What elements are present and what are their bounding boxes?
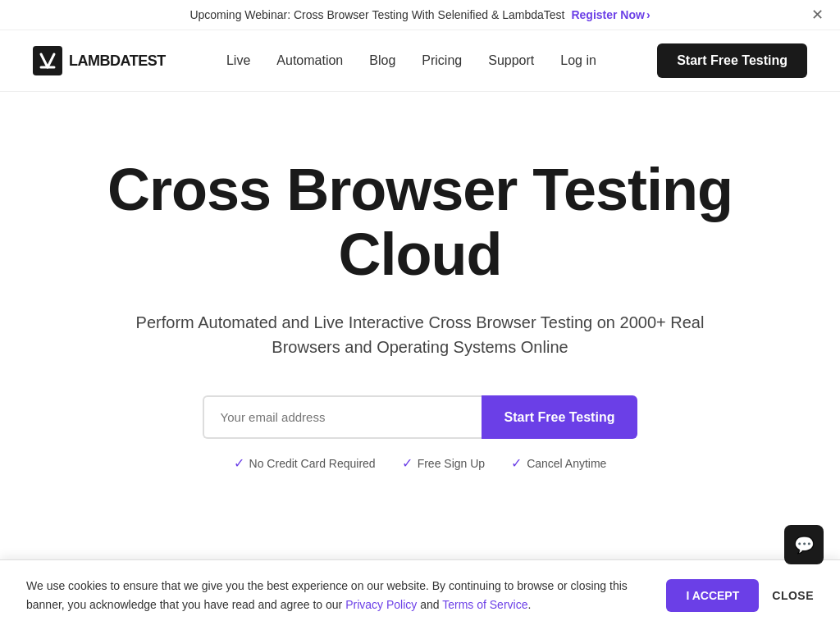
cookie-close-button[interactable]: CLOSE — [772, 589, 814, 602]
terms-of-service-link[interactable]: Terms of Service — [442, 598, 527, 611]
privacy-policy-link[interactable]: Privacy Policy — [345, 598, 417, 611]
hero-section: Cross Browser Testing Cloud Perform Auto… — [0, 92, 840, 520]
trust-badge-no-cc: ✓ No Credit Card Required — [234, 455, 376, 471]
hero-start-free-testing-button[interactable]: Start Free Testing — [482, 395, 638, 439]
announcement-text: Upcoming Webinar: Cross Browser Testing … — [189, 8, 564, 21]
cookie-accept-button[interactable]: I ACCEPT — [666, 579, 759, 612]
announcement-bar: Upcoming Webinar: Cross Browser Testing … — [0, 0, 840, 30]
logo-link[interactable]: LAMBDATEST — [33, 46, 166, 75]
nav-link-live[interactable]: Live — [226, 53, 250, 67]
announcement-close-button[interactable]: ✕ — [811, 7, 824, 22]
checkmark-icon: ✓ — [511, 455, 522, 471]
trust-badge-cancel: ✓ Cancel Anytime — [511, 455, 606, 471]
trust-badges: ✓ No Credit Card Required ✓ Free Sign Up… — [33, 455, 807, 471]
checkmark-icon: ✓ — [402, 455, 413, 471]
logo-text: LAMBDATEST — [69, 52, 166, 70]
chat-icon: 💬 — [794, 535, 815, 555]
checkmark-icon: ✓ — [234, 455, 244, 471]
cookie-actions: I ACCEPT CLOSE — [666, 579, 814, 612]
nav-link-automation[interactable]: Automation — [276, 53, 343, 67]
register-now-link[interactable]: Register Now › — [571, 8, 650, 21]
nav-start-free-testing-button[interactable]: Start Free Testing — [657, 43, 807, 78]
svg-rect-0 — [33, 46, 62, 75]
hero-subtitle: Perform Automated and Live Interactive C… — [133, 310, 707, 359]
chat-widget-button[interactable]: 💬 — [784, 525, 824, 564]
cookie-text: We use cookies to ensure that we give yo… — [26, 577, 650, 614]
logo-icon — [33, 46, 62, 75]
nav-link-login[interactable]: Log in — [560, 53, 596, 67]
nav-link-pricing[interactable]: Pricing — [422, 53, 462, 67]
cookie-banner: We use cookies to ensure that we give yo… — [0, 559, 840, 630]
email-input[interactable] — [203, 395, 482, 439]
hero-title: Cross Browser Testing Cloud — [33, 158, 807, 287]
navbar: LAMBDATEST Live Automation Blog Pricing … — [0, 30, 840, 92]
nav-link-support[interactable]: Support — [488, 53, 534, 67]
nav-links: Live Automation Blog Pricing Support Log… — [226, 53, 596, 68]
nav-link-blog[interactable]: Blog — [369, 53, 395, 67]
email-form: Start Free Testing — [33, 395, 807, 439]
trust-badge-free-signup: ✓ Free Sign Up — [402, 455, 485, 471]
